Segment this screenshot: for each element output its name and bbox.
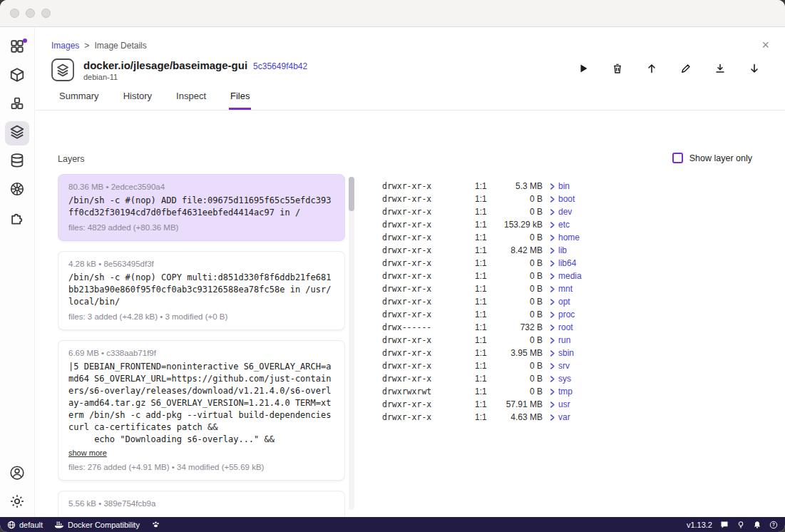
- person-icon: [9, 465, 25, 484]
- layer-card[interactable]: 6.69 MB • c338aab71f9f |5 DEBIAN_FRONTEN…: [58, 340, 345, 481]
- file-owner: 1:1: [475, 297, 496, 307]
- sidebar-item-extensions[interactable]: [0, 205, 35, 233]
- breadcrumb: Images > Image Details: [36, 28, 785, 51]
- default-connection-button[interactable]: default: [7, 521, 43, 529]
- lib64[interactable]: drwxr-xr-x 1:1 0 B lib64: [382, 257, 771, 270]
- file-permissions: drwxr-xr-x: [382, 181, 475, 191]
- file-owner: 1:1: [475, 310, 496, 319]
- play-icon: [578, 63, 589, 77]
- chevron-right-icon: [543, 286, 558, 292]
- sidebar-item-pods[interactable]: [0, 91, 35, 119]
- file-owner: 1:1: [475, 335, 496, 345]
- media[interactable]: drwxr-xr-x 1:1 0 B media: [382, 270, 771, 282]
- show-more-link[interactable]: show more: [68, 449, 107, 457]
- tips-button[interactable]: [737, 521, 745, 529]
- sidebar-item-images[interactable]: [0, 119, 35, 148]
- file-owner: 1:1: [475, 194, 496, 204]
- layers-icon: [9, 124, 25, 143]
- run-button[interactable]: [570, 56, 597, 83]
- docker-compatibility-label: Docker Compatibility: [68, 521, 140, 529]
- database-icon: [9, 153, 25, 171]
- layer-command: /bin/sh -c #(nop) ADD file:09675d11695f6…: [68, 195, 334, 219]
- file-size: 57.91 MB: [496, 399, 543, 409]
- file-permissions: drwxr-xr-x: [382, 284, 475, 294]
- docker-compatibility-button[interactable]: Docker Compatibility: [54, 521, 140, 529]
- file-name: tmp: [558, 387, 771, 397]
- titlebar: [0, 0, 785, 27]
- srv[interactable]: drwxr-xr-x 1:1 0 B srv: [382, 359, 771, 372]
- var[interactable]: drwxr-xr-x 1:1 4.63 MB var: [382, 411, 771, 424]
- app-window: × Images > Image Details docker.io/jlesa…: [0, 0, 785, 532]
- window-minimize-button[interactable]: [26, 9, 35, 18]
- file-name: media: [558, 271, 771, 281]
- file-size: 0 B: [496, 284, 543, 294]
- opt[interactable]: drwxr-xr-x 1:1 0 B opt: [382, 295, 771, 308]
- show-layer-only-checkbox[interactable]: Show layer only: [672, 153, 752, 163]
- push-button[interactable]: [638, 56, 665, 83]
- notifications-button[interactable]: [753, 521, 761, 529]
- file-name: sbin: [558, 348, 771, 358]
- pull-button[interactable]: [741, 56, 768, 83]
- layer-card[interactable]: 4.28 kB • 8e563495df3f /bin/sh -c #(nop)…: [58, 251, 345, 330]
- layer-card[interactable]: 80.36 MB • 2edcec3590a4 /bin/sh -c #(nop…: [58, 174, 345, 241]
- notification-dot: [23, 39, 27, 43]
- sidebar-item-volumes[interactable]: [0, 148, 35, 176]
- podman-machine-button[interactable]: [151, 520, 160, 529]
- sys[interactable]: drwxr-xr-x 1:1 0 B sys: [382, 372, 771, 385]
- feedback-button[interactable]: [720, 521, 729, 529]
- lib[interactable]: drwxr-xr-x 1:1 8.42 MB lib: [382, 244, 771, 257]
- usr[interactable]: drwxr-xr-x 1:1 57.91 MB usr: [382, 398, 771, 411]
- tab-summary[interactable]: Summary: [58, 89, 101, 110]
- window-zoom-button[interactable]: [41, 9, 51, 18]
- image-tag: debian-11: [83, 73, 307, 81]
- file-permissions: drwxr-xr-x: [382, 335, 475, 345]
- scrollbar-thumb[interactable]: [349, 177, 354, 211]
- sidebar-item-dashboard[interactable]: [0, 34, 35, 62]
- help-button[interactable]: ?: [769, 521, 778, 529]
- edit-button[interactable]: [672, 56, 699, 83]
- file-name: run: [558, 335, 771, 345]
- delete-button[interactable]: [604, 56, 631, 83]
- file-permissions: drwxr-xr-x: [382, 207, 475, 217]
- chevron-right-icon: [543, 209, 558, 215]
- layer-card[interactable]: 5.56 kB • 389e754fcb9a: [58, 491, 345, 517]
- file-name: etc: [558, 220, 771, 230]
- root[interactable]: drwx------ 1:1 732 B root: [382, 321, 771, 334]
- file-permissions: drwxr-xr-x: [382, 297, 475, 307]
- page-title: docker.io/jlesage/baseimage-gui: [83, 59, 247, 71]
- file-size: 8.42 MB: [496, 245, 543, 255]
- layer-files-summary: files: 276 added (+4.91 MB) • 34 modifie…: [68, 463, 334, 471]
- tab-inspect[interactable]: Inspect: [175, 89, 207, 110]
- file-size: 5.3 MB: [496, 181, 543, 191]
- layer-files-summary: files: 3 added (+4.28 kB) • 3 modified (…: [68, 312, 334, 321]
- sidebar-item-kubernetes[interactable]: [0, 176, 35, 205]
- tmp[interactable]: drwxrwxrwt 1:1 0 B tmp: [382, 385, 771, 398]
- close-icon[interactable]: ×: [761, 39, 769, 51]
- sidebar-item-account[interactable]: [0, 460, 35, 488]
- tab-history[interactable]: History: [122, 89, 153, 110]
- file-name: srv: [558, 361, 771, 371]
- proc[interactable]: drwxr-xr-x 1:1 0 B proc: [382, 308, 771, 321]
- layers-heading: Layers: [58, 154, 85, 164]
- boot[interactable]: drwxr-xr-x 1:1 0 B boot: [382, 193, 771, 205]
- home[interactable]: drwxr-xr-x 1:1 0 B home: [382, 231, 771, 244]
- window-close-button[interactable]: [10, 9, 19, 18]
- run[interactable]: drwxr-xr-x 1:1 0 B run: [382, 334, 771, 347]
- sbin[interactable]: drwxr-xr-x 1:1 3.95 MB sbin: [382, 347, 771, 359]
- checkbox-icon[interactable]: [672, 153, 683, 163]
- bin[interactable]: drwxr-xr-x 1:1 5.3 MB bin: [382, 180, 771, 193]
- dev[interactable]: drwxr-xr-x 1:1 0 B dev: [382, 205, 771, 218]
- save-button[interactable]: [707, 56, 734, 83]
- sidebar-item-settings[interactable]: [0, 488, 35, 517]
- file-permissions: drwxrwxrwt: [382, 387, 475, 397]
- file-permissions: drwxr-xr-x: [382, 412, 475, 422]
- tab-files[interactable]: Files: [229, 89, 251, 110]
- layers-scrollbar[interactable]: [349, 177, 354, 510]
- etc[interactable]: drwxr-xr-x 1:1 153.29 kB etc: [382, 218, 771, 231]
- pods-icon: [9, 96, 25, 114]
- default-label: default: [19, 521, 43, 529]
- breadcrumb-images-link[interactable]: Images: [51, 41, 79, 51]
- sidebar-item-containers[interactable]: [0, 62, 35, 91]
- mnt[interactable]: drwxr-xr-x 1:1 0 B mnt: [382, 282, 771, 295]
- file-permissions: drwxr-xr-x: [382, 348, 475, 358]
